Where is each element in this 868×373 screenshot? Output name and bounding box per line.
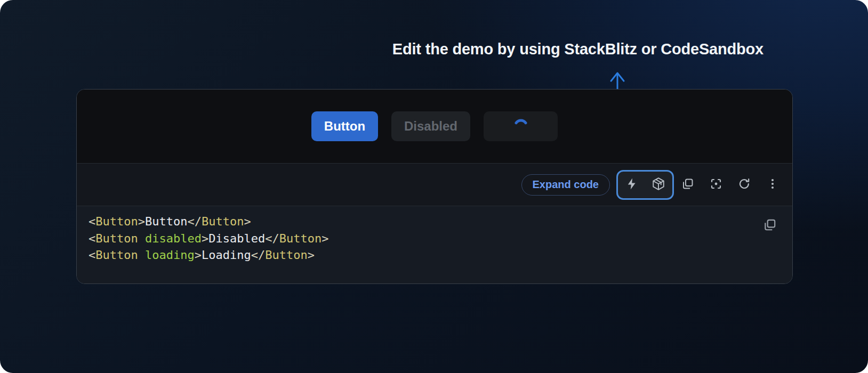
screenshot-canvas: Edit the demo by using StackBlitz or Cod… bbox=[0, 0, 868, 373]
demo-button-disabled: Disabled bbox=[391, 111, 470, 141]
kebab-menu-icon bbox=[766, 177, 779, 192]
focus-scan-icon bbox=[710, 177, 722, 192]
code-line: <Button loading>Loading</Button> bbox=[89, 247, 792, 264]
code-block: <Button>Button</Button><Button disabled>… bbox=[77, 206, 792, 283]
sandbox-button-group bbox=[616, 170, 674, 200]
demo-button-loading[interactable] bbox=[484, 111, 558, 141]
code-content: <Button>Button</Button><Button disabled>… bbox=[77, 206, 792, 264]
copy-button[interactable] bbox=[677, 174, 698, 196]
stackblitz-button[interactable] bbox=[623, 176, 640, 193]
copy-icon bbox=[763, 218, 777, 233]
refresh-icon bbox=[738, 177, 751, 192]
code-line: <Button>Button</Button> bbox=[89, 213, 792, 230]
expand-code-button[interactable]: Expand code bbox=[521, 174, 610, 196]
codesandbox-icon bbox=[652, 177, 665, 192]
copy-code-button[interactable] bbox=[761, 217, 778, 234]
codesandbox-button[interactable] bbox=[650, 176, 667, 193]
lightning-icon bbox=[625, 177, 638, 192]
kebab-menu-button[interactable] bbox=[762, 174, 783, 196]
spinner-icon bbox=[512, 118, 529, 135]
demo-preview-area: ButtonDisabled bbox=[77, 90, 792, 164]
code-line: <Button disabled>Disabled</Button> bbox=[89, 230, 792, 247]
demo-toolbar: Expand code bbox=[77, 164, 792, 206]
focus-scan-button[interactable] bbox=[705, 174, 727, 196]
copy-icon bbox=[681, 177, 694, 192]
component-demo-panel: ButtonDisabled Expand code bbox=[76, 89, 793, 284]
refresh-button[interactable] bbox=[734, 174, 755, 196]
demo-button-primary[interactable]: Button bbox=[311, 111, 378, 141]
annotation-text: Edit the demo by using StackBlitz or Cod… bbox=[392, 40, 763, 58]
